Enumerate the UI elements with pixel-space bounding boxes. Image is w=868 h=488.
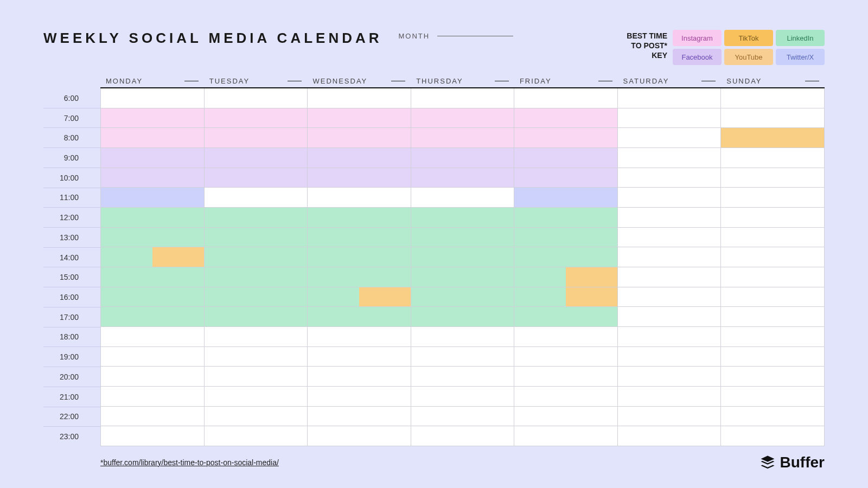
schedule-cell[interactable]	[618, 188, 721, 208]
schedule-cell[interactable]	[411, 228, 514, 248]
schedule-cell[interactable]	[618, 267, 721, 287]
schedule-cell[interactable]	[411, 387, 514, 407]
schedule-cell[interactable]	[514, 148, 617, 168]
day-date-line[interactable]	[701, 81, 716, 81]
schedule-cell[interactable]	[308, 128, 411, 148]
schedule-cell[interactable]	[721, 267, 824, 287]
schedule-cell[interactable]	[514, 128, 617, 148]
schedule-cell[interactable]	[514, 188, 617, 208]
schedule-cell[interactable]	[618, 367, 721, 387]
schedule-cell[interactable]	[514, 88, 617, 108]
schedule-cell[interactable]	[411, 307, 514, 327]
schedule-cell[interactable]	[101, 367, 204, 387]
schedule-cell[interactable]	[411, 426, 514, 446]
day-date-line[interactable]	[288, 81, 302, 81]
schedule-cell[interactable]	[205, 407, 308, 427]
schedule-cell[interactable]	[205, 128, 308, 148]
schedule-cell[interactable]	[618, 407, 721, 427]
schedule-cell[interactable]	[618, 128, 721, 148]
day-date-line[interactable]	[598, 81, 612, 81]
schedule-cell[interactable]	[101, 327, 204, 347]
schedule-cell[interactable]	[101, 168, 204, 188]
schedule-cell[interactable]	[721, 327, 824, 347]
schedule-cell[interactable]	[205, 426, 308, 446]
schedule-cell[interactable]	[101, 148, 204, 168]
schedule-cell[interactable]	[205, 228, 308, 248]
schedule-cell[interactable]	[721, 387, 824, 407]
schedule-cell[interactable]	[101, 287, 204, 307]
schedule-cell[interactable]	[101, 347, 204, 367]
schedule-cell[interactable]	[411, 407, 514, 427]
schedule-cell[interactable]	[308, 108, 411, 129]
schedule-cell[interactable]	[721, 426, 824, 446]
schedule-cell[interactable]	[721, 407, 824, 427]
schedule-cell[interactable]	[308, 208, 411, 228]
month-input-line[interactable]	[437, 36, 513, 36]
schedule-cell[interactable]	[308, 307, 411, 327]
schedule-cell[interactable]	[205, 108, 308, 129]
schedule-cell[interactable]	[101, 228, 204, 248]
schedule-cell[interactable]	[514, 168, 617, 188]
schedule-cell[interactable]	[721, 347, 824, 367]
schedule-cell[interactable]	[411, 168, 514, 188]
schedule-cell[interactable]	[514, 307, 617, 327]
schedule-cell[interactable]	[308, 387, 411, 407]
schedule-cell[interactable]	[101, 387, 204, 407]
schedule-cell[interactable]	[308, 148, 411, 168]
day-date-line[interactable]	[805, 81, 819, 81]
day-date-line[interactable]	[391, 81, 405, 81]
schedule-cell[interactable]	[721, 367, 824, 387]
schedule-cell[interactable]	[308, 247, 411, 267]
schedule-cell[interactable]	[101, 128, 204, 148]
schedule-cell[interactable]	[721, 168, 824, 188]
schedule-cell[interactable]	[205, 287, 308, 307]
schedule-cell[interactable]	[205, 188, 308, 208]
schedule-cell[interactable]	[101, 426, 204, 446]
schedule-cell[interactable]	[721, 208, 824, 228]
schedule-cell[interactable]	[721, 88, 824, 108]
schedule-cell[interactable]	[411, 287, 514, 307]
schedule-cell[interactable]	[101, 247, 204, 267]
schedule-cell[interactable]	[721, 247, 824, 267]
schedule-cell[interactable]	[514, 387, 617, 407]
schedule-cell[interactable]	[514, 267, 617, 287]
schedule-cell[interactable]	[411, 128, 514, 148]
schedule-cell[interactable]	[514, 108, 617, 129]
schedule-cell[interactable]	[101, 208, 204, 228]
schedule-cell[interactable]	[514, 347, 617, 367]
schedule-cell[interactable]	[308, 407, 411, 427]
schedule-cell[interactable]	[308, 267, 411, 287]
schedule-cell[interactable]	[411, 267, 514, 287]
schedule-cell[interactable]	[308, 228, 411, 248]
schedule-cell[interactable]	[205, 247, 308, 267]
schedule-cell[interactable]	[411, 148, 514, 168]
schedule-cell[interactable]	[205, 307, 308, 327]
schedule-cell[interactable]	[411, 108, 514, 129]
schedule-cell[interactable]	[411, 327, 514, 347]
schedule-cell[interactable]	[205, 387, 308, 407]
month-field[interactable]: MONTH	[399, 30, 514, 40]
schedule-cell[interactable]	[101, 307, 204, 327]
schedule-cell[interactable]	[514, 208, 617, 228]
schedule-cell[interactable]	[205, 148, 308, 168]
schedule-cell[interactable]	[618, 426, 721, 446]
schedule-cell[interactable]	[308, 327, 411, 347]
schedule-cell[interactable]	[618, 148, 721, 168]
schedule-cell[interactable]	[514, 287, 617, 307]
schedule-cell[interactable]	[205, 208, 308, 228]
schedule-cell[interactable]	[618, 347, 721, 367]
schedule-cell[interactable]	[721, 128, 824, 148]
schedule-cell[interactable]	[514, 367, 617, 387]
schedule-cell[interactable]	[308, 88, 411, 108]
schedule-cell[interactable]	[618, 327, 721, 347]
schedule-cell[interactable]	[101, 267, 204, 287]
schedule-cell[interactable]	[101, 188, 204, 208]
schedule-cell[interactable]	[411, 247, 514, 267]
schedule-cell[interactable]	[721, 148, 824, 168]
schedule-cell[interactable]	[618, 307, 721, 327]
schedule-cell[interactable]	[514, 407, 617, 427]
schedule-cell[interactable]	[618, 228, 721, 248]
schedule-cell[interactable]	[205, 367, 308, 387]
schedule-cell[interactable]	[411, 88, 514, 108]
day-date-line[interactable]	[184, 81, 199, 81]
